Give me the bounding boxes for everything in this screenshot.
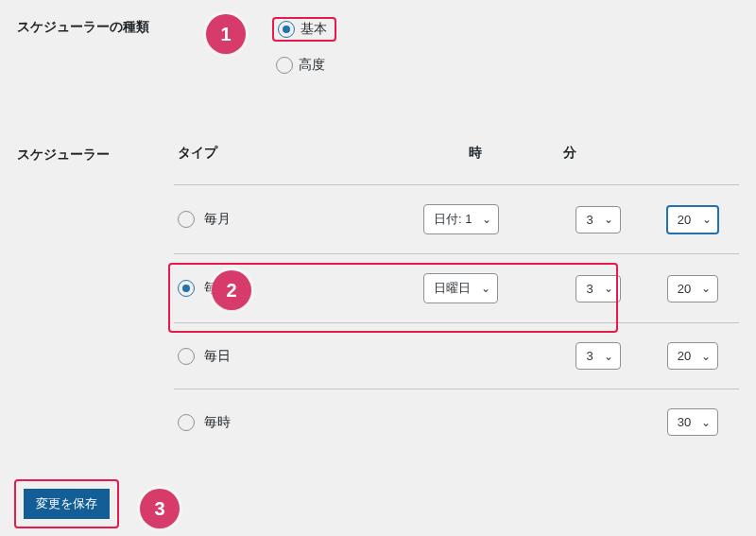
select-hourly-minute[interactable]: 30 <box>667 408 718 436</box>
select-daily-hour[interactable]: 3 <box>576 342 620 370</box>
row-weekly: 毎週 日曜日 ⌄ 3 ⌄ <box>174 254 739 323</box>
select-weekly-hour[interactable]: 3 <box>576 275 620 303</box>
save-button[interactable]: 変更を保存 <box>24 489 110 519</box>
select-daily-minute[interactable]: 20 <box>667 342 718 370</box>
row-daily: 毎日 3 ⌄ 20 ⌄ <box>174 323 739 389</box>
select-weekly-minute[interactable]: 20 <box>667 275 718 303</box>
select-monthly-date[interactable]: 日付: 1 <box>423 204 499 234</box>
highlight-save: 変更を保存 <box>14 479 119 528</box>
radio-advanced[interactable] <box>276 57 293 74</box>
label-hourly: 毎時 <box>204 414 231 431</box>
label-daily: 毎日 <box>204 348 231 365</box>
radio-monthly[interactable] <box>178 211 195 228</box>
radio-basic-wrap[interactable]: 基本 <box>272 17 336 42</box>
select-monthly-minute[interactable]: 20 <box>666 205 719 234</box>
label-monthly: 毎月 <box>204 211 231 228</box>
th-type: タイプ <box>178 145 423 162</box>
scheduler-label: スケジューラー <box>17 145 174 164</box>
radio-weekly[interactable] <box>178 280 195 297</box>
radio-hourly[interactable] <box>178 414 195 431</box>
radio-basic[interactable] <box>278 21 295 38</box>
row-monthly: 毎月 日付: 1 ⌄ 3 ⌄ <box>174 185 739 254</box>
radio-basic-label: 基本 <box>301 21 327 38</box>
th-hour: 時 <box>423 145 527 162</box>
radio-advanced-label: 高度 <box>299 57 325 74</box>
radio-daily[interactable] <box>178 348 195 365</box>
select-monthly-hour[interactable]: 3 <box>576 206 620 233</box>
row-hourly: 毎時 30 ⌄ <box>174 389 739 455</box>
badge-2: 2 <box>212 270 251 310</box>
select-weekly-day[interactable]: 日曜日 <box>423 273 498 303</box>
th-minute: 分 <box>527 145 612 162</box>
radio-advanced-wrap[interactable]: 高度 <box>272 55 333 76</box>
schedule-table: タイプ 時 分 毎月 日付: 1 ⌄ <box>174 145 739 455</box>
badge-3: 3 <box>140 489 180 528</box>
badge-1: 1 <box>206 14 246 54</box>
